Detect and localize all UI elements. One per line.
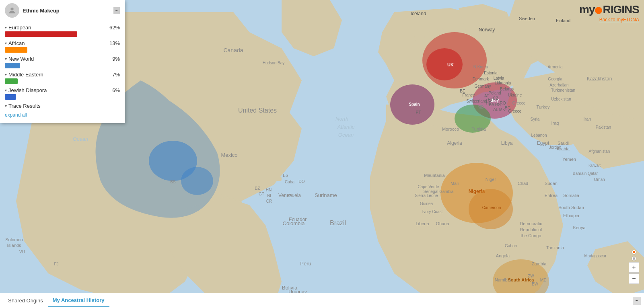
svg-text:Azerbaijan: Azerbaijan	[549, 83, 568, 87]
svg-text:Ukraine: Ukraine	[508, 93, 522, 97]
tabs-minimize-button[interactable]: −	[633, 297, 641, 305]
category-row-european: ▾ European 62%	[5, 25, 120, 31]
svg-text:Syria: Syria	[531, 117, 540, 121]
svg-text:Ocean: Ocean	[338, 132, 354, 138]
bar-newworld	[5, 63, 120, 68]
svg-text:Kuwait: Kuwait	[588, 163, 601, 168]
category-label-newworld[interactable]: ▾ New World	[5, 56, 34, 62]
svg-text:Uzbekistan: Uzbekistan	[551, 97, 571, 101]
svg-text:MZ: MZ	[540, 278, 546, 282]
zoom-indicator-2	[629, 256, 639, 261]
svg-text:Cape Verde: Cape Verde	[418, 185, 439, 189]
zoom-dot-active	[632, 250, 636, 254]
svg-text:Hudson Bay: Hudson Bay	[263, 61, 284, 65]
svg-text:RO: RO	[500, 101, 506, 105]
category-label-trace[interactable]: ▾ Trace Results	[5, 103, 41, 109]
svg-text:Mauritania: Mauritania	[424, 173, 445, 178]
svg-text:BA RS: BA RS	[489, 103, 501, 107]
svg-text:Sudan: Sudan	[545, 181, 558, 186]
map-container[interactable]: UK Italy Spain Nigeria Cameroon South Af…	[0, 0, 644, 308]
svg-text:Switzerland: Switzerland	[466, 99, 487, 103]
category-label-african[interactable]: ▾ African	[5, 40, 25, 46]
svg-text:PA: PA	[287, 193, 292, 198]
category-pct-newworld: 9%	[112, 56, 120, 62]
bar-jewish	[5, 94, 120, 100]
svg-rect-2	[274, 177, 282, 181]
svg-text:Poland: Poland	[488, 91, 501, 95]
svg-text:Greece: Greece	[512, 101, 526, 105]
category-pct-european: 62%	[109, 25, 120, 31]
svg-text:Niger: Niger	[486, 177, 496, 182]
svg-text:Canada: Canada	[223, 47, 243, 53]
svg-text:DO: DO	[299, 179, 305, 184]
svg-text:Georgia: Georgia	[548, 77, 562, 81]
svg-text:Iceland: Iceland	[411, 11, 426, 16]
category-label-middleeastern[interactable]: ▾ Middle Eastern	[5, 72, 43, 78]
svg-text:Kazakhstan: Kazakhstan	[587, 76, 612, 82]
expand-all-link[interactable]: expand all	[5, 112, 27, 118]
svg-text:Peru: Peru	[300, 261, 311, 267]
zoom-controls: + −	[629, 249, 639, 284]
svg-text:Greece: Greece	[508, 109, 522, 113]
svg-text:Iran: Iran	[584, 117, 591, 121]
svg-text:North: North	[335, 116, 348, 122]
svg-text:Guinea: Guinea	[420, 201, 433, 206]
zoom-plus-button[interactable]: +	[629, 262, 639, 273]
svg-text:HN: HN	[266, 188, 272, 192]
svg-text:NI: NI	[267, 193, 271, 198]
svg-text:UK: UK	[447, 62, 454, 67]
svg-text:Zambia: Zambia	[532, 261, 547, 266]
app-title: myRIGINS	[579, 3, 639, 16]
svg-text:Atlantic: Atlantic	[337, 124, 355, 130]
svg-text:Gabon: Gabon	[505, 244, 517, 248]
svg-text:Cameroon: Cameroon	[482, 205, 501, 210]
tab-ancestral-history[interactable]: My Ancestral History	[48, 294, 109, 307]
category-label-european[interactable]: ▾ European	[5, 25, 31, 31]
category-row-newworld: ▾ New World 9%	[5, 56, 120, 62]
svg-text:Ghana: Ghana	[436, 221, 449, 226]
back-to-myftdna-link[interactable]: Back to myFTDNA	[579, 17, 639, 23]
category-label-jewish[interactable]: ▾ Jewish Diaspora	[5, 87, 47, 93]
svg-text:Namibia: Namibia	[495, 277, 511, 282]
chevron-newworld: ▾	[5, 57, 7, 61]
chevron-middleeastern: ▾	[5, 72, 7, 77]
svg-text:BS: BS	[170, 180, 176, 184]
zoom-indicator	[629, 249, 639, 255]
svg-text:CR: CR	[266, 199, 272, 203]
svg-text:Oman: Oman	[594, 177, 605, 182]
svg-text:Liberia: Liberia	[416, 221, 429, 226]
svg-text:the Congo: the Congo	[521, 233, 541, 238]
logo-circle	[595, 7, 602, 14]
category-pct-middleeastern: 7%	[112, 72, 120, 78]
svg-text:Morocco: Morocco	[442, 127, 459, 131]
svg-text:Ethiopia: Ethiopia	[563, 213, 580, 218]
svg-text:Norway: Norway	[479, 27, 495, 33]
svg-text:Germany: Germany	[474, 84, 491, 88]
svg-text:Ecuador: Ecuador	[289, 217, 307, 222]
tab-shared-origins[interactable]: Shared Origins	[3, 294, 48, 307]
svg-text:Sierra Leone: Sierra Leone	[415, 193, 438, 198]
svg-text:Tunisia: Tunisia	[471, 127, 486, 131]
svg-text:Solomon: Solomon	[5, 237, 23, 242]
bar-european	[5, 31, 120, 37]
svg-text:Angola: Angola	[496, 253, 510, 258]
bottom-tabs: Shared Origins My Ancestral History −	[0, 293, 644, 308]
svg-text:Chad: Chad	[518, 181, 528, 186]
svg-text:Latvia: Latvia	[494, 76, 504, 80]
svg-text:Denmark: Denmark	[473, 77, 490, 81]
panel-title: Ethnic Makeup	[23, 8, 60, 14]
chevron-european: ▾	[5, 25, 7, 30]
svg-text:Sweden: Sweden	[519, 16, 535, 21]
svg-text:South Sudan: South Sudan	[558, 205, 584, 210]
chevron-trace: ▾	[5, 104, 7, 108]
zoom-minus-button[interactable]: −	[629, 273, 639, 284]
category-pct-jewish: 6%	[112, 87, 120, 93]
svg-text:Egypt: Egypt	[537, 140, 549, 146]
panel-minimize-button[interactable]: −	[113, 7, 120, 14]
svg-text:AL MK: AL MK	[493, 107, 505, 112]
svg-text:Mali: Mali	[451, 181, 459, 186]
svg-text:Mexico: Mexico	[221, 152, 237, 158]
svg-text:GT: GT	[259, 192, 264, 196]
svg-text:Republic of: Republic of	[520, 227, 542, 232]
svg-text:VU: VU	[19, 250, 25, 254]
